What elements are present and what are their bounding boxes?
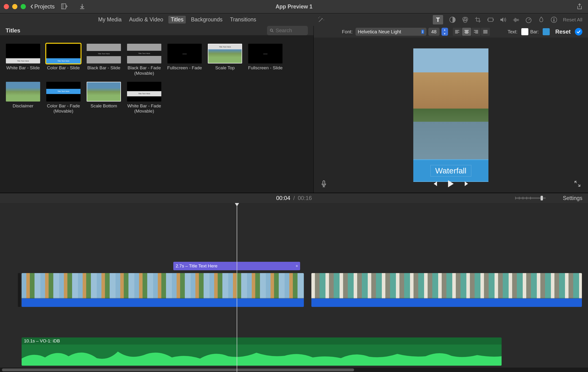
apply-button[interactable] — [575, 28, 582, 35]
bar-color-label: Bar: — [530, 29, 539, 34]
title-item[interactable]: Title Text Here White Bar - Fade (Movabl… — [127, 82, 162, 114]
tab-backgrounds[interactable]: Backgrounds — [189, 16, 225, 23]
chevron-left-icon — [30, 4, 34, 9]
titles-search-box[interactable] — [267, 26, 308, 35]
svg-rect-7 — [488, 18, 493, 21]
font-size-field[interactable]: 48 — [428, 28, 440, 36]
tab-my-media[interactable]: My Media — [96, 16, 124, 23]
titles-search-input[interactable] — [276, 27, 305, 33]
svg-rect-15 — [323, 181, 325, 185]
crop-icon[interactable] — [475, 16, 481, 23]
voiceover-icon[interactable] — [321, 180, 326, 187]
minimize-window-button[interactable] — [12, 4, 17, 9]
text-color-swatch[interactable] — [521, 28, 528, 35]
title-text[interactable]: Waterfall — [435, 166, 467, 175]
zoom-knob[interactable] — [541, 196, 543, 200]
preview-frame[interactable]: Waterfall — [413, 48, 488, 182]
video-filter-icon[interactable] — [538, 16, 545, 23]
align-right-button[interactable] — [472, 28, 481, 36]
reset-button[interactable]: Reset — [555, 28, 571, 35]
clip-thumbnails — [21, 273, 304, 298]
title-item[interactable]: Title Text Here Color Bar - Slide — [46, 44, 81, 76]
title-item[interactable]: Title Text Here Scale Top — [208, 44, 242, 76]
voiceover-audio-clip[interactable]: 10.1s – VO-1: iDB — [21, 338, 502, 366]
media-tabs: My Media Audio & Video Titles Background… — [96, 16, 259, 23]
clip-audio-waveform — [311, 298, 582, 307]
svg-rect-0 — [62, 4, 66, 9]
text-inspector-row: Font: Helvetica Neue Light ▲▼ 48 ▲▼ Text… — [314, 26, 588, 38]
font-label: Font: — [342, 29, 353, 34]
maximize-window-button[interactable] — [21, 4, 26, 9]
title-item[interactable]: Disclaimer text Disclaimer — [6, 82, 40, 114]
share-icon[interactable] — [577, 3, 582, 10]
align-left-button[interactable] — [453, 28, 462, 36]
select-arrows-icon: ▲▼ — [421, 30, 424, 34]
auto-enhance-icon[interactable] — [317, 16, 325, 23]
reset-all-button[interactable]: Reset All — [563, 17, 582, 22]
text-color-label: Text: — [508, 29, 518, 34]
clip-audio-waveform — [21, 298, 304, 307]
svg-rect-13 — [554, 19, 554, 22]
align-center-button[interactable] — [462, 28, 471, 36]
library-toggle-icon[interactable] — [61, 3, 68, 10]
stabilize-icon[interactable] — [487, 16, 494, 23]
prev-frame-button[interactable] — [432, 181, 438, 187]
title-item[interactable]: — Fullscreen - Slide — [248, 44, 283, 76]
tab-audio-video[interactable]: Audio & Video — [127, 16, 166, 23]
tab-titles[interactable]: Titles — [168, 16, 186, 23]
fullscreen-icon[interactable] — [574, 181, 580, 187]
title-item[interactable]: Title Text Here Scale Bottom — [86, 82, 121, 114]
svg-point-12 — [554, 18, 554, 19]
timeline-header: 00:04 / 00:16 Settings — [0, 193, 588, 203]
app-title: App Preview 1 — [275, 3, 312, 10]
noise-reduction-icon[interactable] — [513, 16, 519, 23]
font-select[interactable]: Helvetica Neue Light ▲▼ — [356, 28, 426, 36]
horizontal-scrollbar[interactable] — [0, 368, 588, 372]
timeline-settings-button[interactable]: Settings — [563, 195, 582, 201]
timeline-zoom-slider[interactable] — [515, 197, 546, 199]
scrollbar-thumb[interactable] — [2, 369, 354, 371]
clip-start-handle[interactable] — [18, 273, 21, 307]
preview-viewer: Waterfall — [314, 38, 588, 193]
title-item[interactable]: Title Text Here White Bar - Slide — [6, 44, 40, 76]
back-to-projects-button[interactable]: Projects — [30, 3, 55, 10]
speed-icon[interactable] — [525, 16, 532, 23]
color-balance-icon[interactable] — [449, 16, 456, 23]
clip-thumbnails — [311, 273, 582, 298]
font-size-stepper[interactable]: ▲▼ — [441, 28, 448, 36]
title-item[interactable]: Title Text Here Black Bar - Slide — [86, 44, 121, 76]
svg-rect-1 — [62, 4, 63, 9]
window-controls — [4, 4, 26, 9]
import-icon[interactable] — [80, 3, 85, 10]
title-item[interactable]: — Fullscreen - Fade — [167, 44, 202, 76]
playhead[interactable] — [237, 203, 237, 372]
titles-grid: Title Text Here White Bar - Slide Title … — [0, 35, 314, 122]
text-inspector-icon[interactable]: T — [433, 15, 443, 24]
preview-inspector-panel: Font: Helvetica Neue Light ▲▼ 48 ▲▼ Text… — [314, 26, 588, 193]
bar-color-swatch[interactable] — [543, 28, 550, 35]
timeline[interactable]: 2.7s – Title Text Here 10.1s – VO-1: iDB — [0, 203, 588, 372]
video-clip-1[interactable] — [21, 273, 304, 307]
svg-text:T: T — [436, 17, 440, 23]
titles-browser-panel: Titles Title Text Here White Bar - Slide… — [0, 26, 314, 193]
title-item[interactable]: Title Text Here Color Bar - Fade (Movabl… — [46, 82, 81, 114]
secondary-toolbar: My Media Audio & Video Titles Background… — [0, 13, 588, 26]
window-title-bar: Projects App Preview 1 — [0, 0, 588, 13]
svg-rect-8 — [487, 19, 488, 21]
info-icon[interactable] — [551, 16, 557, 23]
align-justify-button[interactable] — [481, 28, 490, 36]
titles-header-label: Titles — [6, 27, 20, 34]
search-icon — [270, 28, 274, 33]
play-button[interactable] — [447, 180, 454, 188]
tab-transitions[interactable]: Transitions — [228, 16, 259, 23]
svg-rect-9 — [493, 19, 494, 21]
title-item[interactable]: Title Text Here Black Bar - Fade (Movabl… — [127, 44, 162, 76]
back-label: Projects — [34, 3, 55, 10]
video-clip-2[interactable] — [311, 273, 582, 307]
close-window-button[interactable] — [4, 4, 9, 9]
next-frame-button[interactable] — [464, 181, 470, 187]
volume-icon[interactable] — [500, 16, 506, 23]
svg-point-14 — [270, 29, 273, 31]
timecode-display: 00:04 / 00:16 — [276, 195, 312, 201]
color-correction-icon[interactable] — [462, 16, 469, 23]
